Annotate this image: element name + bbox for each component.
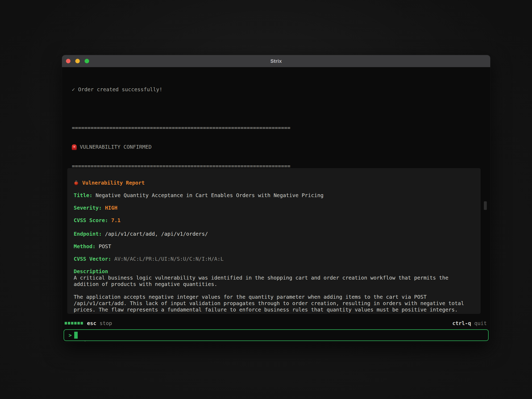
report-field-method: Method: POST: [74, 243, 474, 250]
ctrl-q-key-hint: ctrl-q: [452, 320, 471, 326]
vulnerability-report-panel: Vulnerability Report Title: Negative Qua…: [67, 168, 481, 314]
report-header: Vulnerability Report: [74, 180, 474, 186]
field-value: HIGH: [105, 205, 117, 211]
field-label: Title:: [74, 192, 92, 198]
field-value: /api/v1/cart/add, /api/v1/orders/: [105, 231, 208, 237]
field-value: Negative Quantity Acceptance in Cart Ena…: [95, 192, 323, 198]
report-field-title: Title: Negative Quantity Acceptance in C…: [74, 192, 474, 199]
quit-action-label: quit: [474, 320, 487, 326]
status-left: esc stop: [65, 320, 112, 326]
report-field-cvss-score: CVSS Score: 7.1: [74, 217, 474, 224]
field-label: Severity:: [74, 205, 102, 211]
report-field-endpoint: Endpoint: /api/v1/cart/add, /api/v1/orde…: [74, 231, 474, 237]
activity-indicator-icon: [65, 322, 83, 325]
report-field-cvss-vector: CVSS Vector: AV:N/AC:L/PR:L/UI:N/S:U/C:N…: [74, 256, 474, 262]
esc-action-label: stop: [99, 320, 112, 326]
field-label: Endpoint:: [74, 231, 102, 237]
field-label: CVSS Score:: [74, 217, 108, 223]
description-paragraph: A critical business logic vulnerability …: [74, 275, 474, 288]
window-title: Strix: [62, 58, 490, 64]
field-label: Method:: [74, 243, 95, 250]
text-cursor: [74, 332, 78, 339]
field-value: POST: [99, 243, 111, 250]
blank-line: [72, 106, 482, 112]
description-paragraph: The application accepts negative integer…: [74, 294, 474, 313]
separator-line: ========================================…: [72, 125, 482, 131]
strix-terminal-window: Strix ✓ Order created successfully! ====…: [62, 55, 490, 342]
scrollbar-thumb[interactable]: [484, 201, 487, 210]
vuln-confirmed-line: VULNERABILITY CONFIRMED: [72, 144, 482, 150]
report-field-severity: Severity: HIGH: [74, 205, 474, 211]
command-input[interactable]: >: [64, 329, 489, 341]
field-value: 7.1: [111, 217, 120, 223]
bug-icon: [74, 180, 79, 186]
report-title: Vulnerability Report: [82, 180, 145, 186]
siren-icon: [72, 144, 77, 150]
status-bar: esc stop ctrl-q quit: [65, 320, 487, 327]
esc-key-hint: esc: [87, 320, 96, 326]
order-success-line: ✓ Order created successfully!: [72, 86, 482, 93]
prompt-symbol: >: [69, 332, 72, 338]
field-label: CVSS Vector:: [74, 256, 111, 262]
field-value: AV:N/AC:L/PR:L/UI:N/S:U/C:N/I:H/A:L: [114, 256, 224, 262]
status-right: ctrl-q quit: [452, 320, 487, 326]
vuln-confirmed-label: VULNERABILITY CONFIRMED: [80, 144, 152, 150]
window-titlebar[interactable]: Strix: [62, 55, 490, 67]
description-heading: Description: [74, 268, 474, 275]
